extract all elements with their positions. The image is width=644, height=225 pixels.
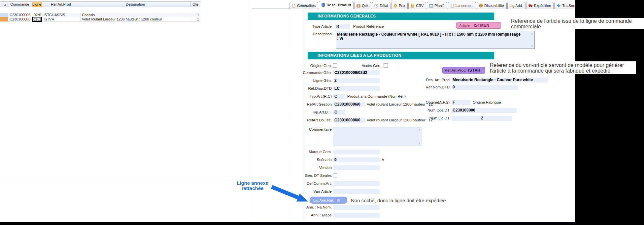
column-header-Commande[interactable]: Commande bbox=[8, 1, 32, 7]
field-ann-fa-nom[interactable] bbox=[333, 205, 380, 210]
field-ann-etape[interactable] bbox=[333, 213, 380, 218]
text-after-origine-a-f-s: Origine Fabrique bbox=[473, 100, 501, 105]
tab-tra-sor-[interactable]: Tra.Sor. bbox=[554, 2, 578, 9]
field-commande-g-n[interactable]: C230100006/02d2 bbox=[333, 70, 380, 75]
field-r-f-diap-dtd[interactable]: LC bbox=[333, 86, 380, 91]
scroll-down-icon[interactable]: ∨ bbox=[417, 142, 422, 145]
ref-vari-article-line1: Reference du vari-article servant de mod… bbox=[490, 62, 624, 68]
label-acc-s-gen: Accès Gen. bbox=[347, 63, 381, 68]
tab-exp-dition[interactable]: Expédition bbox=[526, 2, 554, 9]
label-version: Version bbox=[297, 165, 332, 170]
tab-prix[interactable]: Prix bbox=[391, 2, 408, 9]
tab-crv[interactable]: CRV bbox=[408, 2, 426, 9]
cell-ref-art-prod[interactable]: ISTVR bbox=[42, 17, 80, 21]
textarea-commentaire[interactable]: ∧∨ bbox=[333, 127, 422, 146]
text-after-typ-art-r-c: Produit a la Commande (Non Réf.) bbox=[347, 94, 406, 99]
cell-qte[interactable]: 1 bbox=[191, 17, 200, 21]
ref-vari-article-line2: l'article à la commande qui sera fabriqu… bbox=[490, 68, 624, 74]
ref-article-line1: Reference de l'article issu de la ligne … bbox=[511, 18, 632, 24]
checkbox-g-n-dt-seules[interactable] bbox=[333, 173, 337, 177]
cell-designation[interactable]: Volet roulant Largeur 1200 hauteur : 120… bbox=[80, 17, 191, 21]
article-badge-label: Article bbox=[459, 23, 470, 27]
field-version[interactable] bbox=[333, 165, 380, 170]
field-ligne-g-n[interactable]: 2 bbox=[333, 78, 380, 83]
tab-lig-add-[interactable]: Lig.Add. bbox=[507, 2, 525, 9]
checkbox-acc-s-gen[interactable] bbox=[384, 63, 388, 68]
table-row[interactable]: C23010000602d2ISTVRVolet roulant Largeur… bbox=[0, 17, 200, 22]
field-refart-gestion[interactable]: C230100006/0 bbox=[333, 102, 365, 107]
article-badge[interactable]: Article ISTMEN bbox=[456, 22, 501, 29]
field-r-f-nom-dtd[interactable]: 0 bbox=[452, 85, 518, 90]
scroll-up-icon[interactable]: ∧ bbox=[417, 128, 422, 132]
article-badge-value: ISTMEN bbox=[474, 23, 489, 28]
field-def-comm-art[interactable] bbox=[333, 181, 380, 186]
cell-commande[interactable]: C230100006 bbox=[8, 13, 32, 17]
tab-label: Prix bbox=[399, 4, 405, 8]
checkbox-lig-ann-rat[interactable] bbox=[336, 198, 340, 202]
scroll-down-icon[interactable]: ∨ bbox=[530, 44, 534, 48]
tab-label: Tra.Sor. bbox=[562, 4, 575, 8]
ref-art-prod-badge[interactable]: Réf.Art.ProdISTVR bbox=[442, 67, 485, 74]
field-vari-article[interactable] bbox=[333, 189, 380, 194]
row-marker-cell bbox=[0, 17, 8, 21]
field-marque-com[interactable] bbox=[333, 149, 380, 154]
lig-ann-rat-button[interactable]: Lig.Ann.Rat. bbox=[310, 197, 347, 204]
redaction-overlay bbox=[575, 29, 644, 62]
tab-label: Généralités bbox=[297, 4, 316, 8]
column-header-Réf.Art.Prod[interactable]: Réf.Art.Prod bbox=[42, 1, 80, 7]
tab-label: Lig.Add. bbox=[510, 4, 523, 8]
cell-ligne[interactable]: 02d2 bbox=[32, 17, 42, 22]
tab-label: Desc. Produit bbox=[326, 3, 351, 7]
app-window: CommandeLigneRéf.Art.ProdDésignationQté … bbox=[0, 0, 644, 225]
tab-d-lai[interactable]: Délai bbox=[372, 2, 390, 9]
column-header-Qté[interactable]: Qté bbox=[191, 1, 200, 7]
clock-icon bbox=[374, 4, 378, 8]
field-typ-art-d-t[interactable]: C bbox=[333, 110, 345, 115]
column-header-Désignation[interactable]: Désignation bbox=[80, 1, 191, 7]
description-textarea[interactable]: Menuiserie Rectangle - Couleur Pure whit… bbox=[336, 31, 535, 49]
book-icon bbox=[321, 3, 325, 7]
section-header-general: INFORMATIONS GENERALES bbox=[308, 13, 494, 20]
description-line1: Menuiserie Rectangle - Couleur Pure whit… bbox=[337, 32, 528, 37]
label-des-art-prod: Des. Art. Prod bbox=[413, 78, 450, 82]
cell-ref-art-prod[interactable]: ISTCHASSIS bbox=[42, 13, 80, 17]
checkbox-origine-gen[interactable] bbox=[333, 63, 337, 68]
tab-g-n-ralit-s[interactable]: Généralités bbox=[289, 2, 318, 9]
redaction-overlay bbox=[0, 222, 644, 225]
type-article-label: Type Article bbox=[297, 24, 332, 29]
tab-lancement[interactable]: Lancement bbox=[448, 2, 476, 9]
package-icon bbox=[356, 4, 360, 8]
field-typ-art-r-c[interactable]: C bbox=[333, 94, 345, 99]
label-origine-a-f-s: Origine(A,F,S) bbox=[413, 100, 450, 105]
ref-art-prod-badge-label: Réf.Art.Prod bbox=[445, 68, 465, 72]
table-row[interactable]: C23010000602d1ISTCHASSISChassis1 bbox=[0, 13, 200, 17]
tab-disponibilit-[interactable]: Disponibilité bbox=[477, 2, 506, 9]
document-icon bbox=[292, 4, 296, 8]
redaction-overlay bbox=[575, 0, 644, 18]
tab-planif-[interactable]: Planif. bbox=[427, 2, 447, 9]
field-num-cde-dt[interactable]: C230100006 bbox=[452, 108, 517, 113]
type-article-description: Produit Référence bbox=[353, 24, 384, 29]
tab-label: CRV bbox=[416, 4, 424, 8]
label-r-f-nom-dtd: Réf.Nom.DTD bbox=[413, 85, 450, 90]
scroll-up-icon[interactable]: ∧ bbox=[530, 32, 534, 36]
cell-designation[interactable]: Chassis bbox=[80, 13, 191, 17]
cell-commande[interactable]: C230100006 bbox=[8, 17, 32, 21]
field-des-art-prod[interactable]: Menuiserie Rectangle - Couleur Pure whit… bbox=[452, 78, 548, 82]
column-header-Ligne[interactable]: Ligne bbox=[32, 1, 42, 7]
section-header-production: INFORMATIONS LIEES A LA PRODUCTION bbox=[308, 52, 494, 59]
page-icon bbox=[450, 4, 454, 8]
field-origine-a-f-s[interactable]: F bbox=[452, 100, 470, 105]
field-num-lig-dt[interactable]: 2 bbox=[452, 116, 512, 121]
tab-label: Expédition bbox=[534, 4, 551, 8]
column-header-selector[interactable] bbox=[0, 1, 8, 7]
label-refart-do-tec: RefArt Do.Tec. bbox=[297, 118, 332, 123]
arrow-left-icon bbox=[557, 4, 561, 8]
field-sc-nario[interactable]: 9 bbox=[333, 157, 380, 162]
type-article-field[interactable]: R bbox=[335, 24, 350, 29]
cell-qte[interactable]: 1 bbox=[191, 13, 200, 17]
tab-qt-[interactable]: Qté. bbox=[354, 2, 371, 9]
label-marque-com: Marque Com. bbox=[297, 149, 332, 154]
tab-desc-produit[interactable]: Desc. Produit bbox=[319, 1, 354, 9]
field-refart-do-tec[interactable]: C230100006/0 bbox=[333, 118, 365, 123]
